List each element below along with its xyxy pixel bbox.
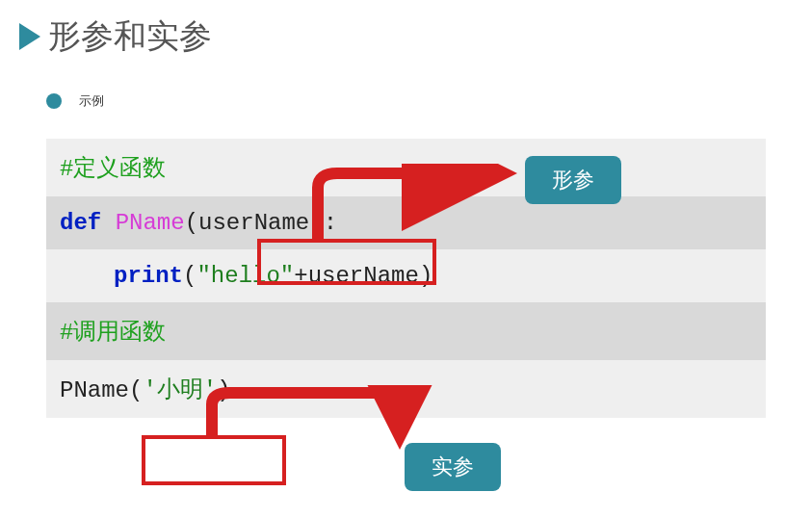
plus: + (294, 263, 307, 289)
kw-def: def (60, 210, 101, 236)
comment-text: #定义函数 (60, 156, 166, 182)
slide-title: 形参和实参 (48, 14, 212, 59)
code-line-def: def PName(userName): (46, 196, 766, 249)
var-user: userName (308, 263, 419, 289)
paren-close: ) (309, 210, 323, 236)
triangle-bullet-icon (19, 23, 40, 50)
print-kw: print (114, 263, 183, 289)
fn-name: PName (116, 210, 185, 236)
code-line-call: PName('小明') (46, 360, 766, 418)
colon: : (324, 210, 337, 236)
code-line-print: print("hello"+userName) (46, 249, 766, 302)
code-block: #定义函数 def PName(userName): print("hello"… (46, 139, 766, 418)
slide-title-row: 形参和实参 (0, 0, 812, 68)
arg-badge: 实参 (405, 443, 501, 491)
print-open: ( (183, 263, 196, 289)
dot-icon (46, 93, 62, 109)
call-fn: PName (60, 377, 129, 403)
param-badge: 形参 (525, 156, 621, 204)
arg-highlight-box (142, 435, 286, 485)
param-name: userName (198, 210, 309, 236)
code-line-comment-call: #调用函数 (46, 302, 766, 360)
print-close: ) (419, 263, 432, 289)
example-bullet-row: 示例 (0, 68, 812, 129)
paren-open: ( (185, 210, 198, 236)
call-close: ) (217, 377, 230, 403)
arg-value: '小明' (143, 377, 217, 403)
code-line-comment-def: #定义函数 (46, 139, 766, 196)
comment-call: #调用函数 (60, 320, 166, 346)
call-open: ( (129, 377, 143, 403)
example-label: 示例 (79, 92, 104, 110)
str-hello: "hello" (196, 263, 294, 289)
